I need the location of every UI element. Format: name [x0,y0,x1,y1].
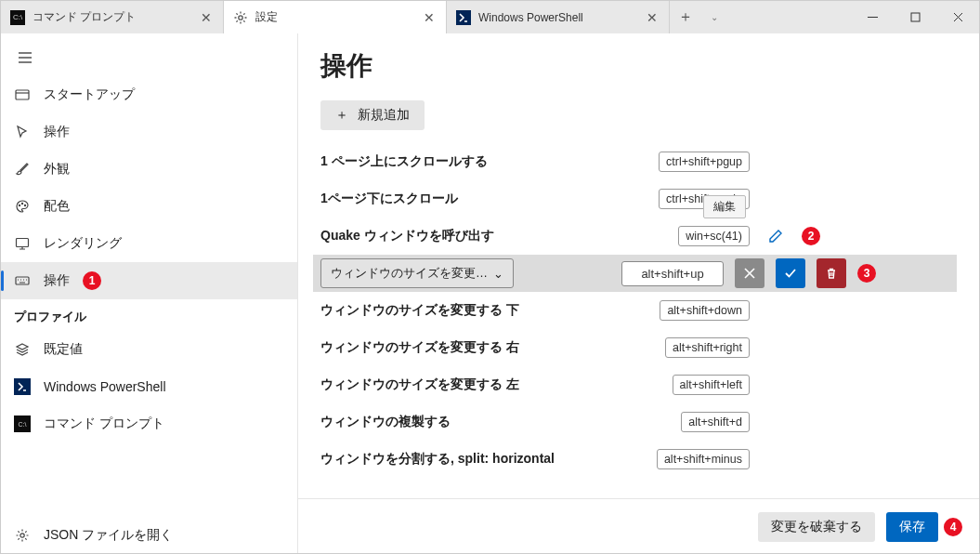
powershell-icon [456,10,471,25]
keybind-badge: alt+shift+left [673,375,750,395]
sidebar-item-appearance[interactable]: 外観 [1,151,297,188]
sidebar-item-label: コマンド プロンプト [44,416,164,432]
maximize-button[interactable] [894,1,936,33]
svg-point-0 [239,15,242,19]
startup-icon [14,86,31,103]
action-label: 1 ページ上にスクロールする [320,153,599,170]
minimize-button[interactable] [851,1,894,33]
sidebar-profile-powershell[interactable]: Windows PowerShell [1,368,297,405]
tab-settings[interactable]: 設定 ✕ [224,1,447,33]
svg-point-10 [21,203,22,204]
content-body: 操作 ＋ 新規追加 1 ページ上にスクロールする ctrl+shift+pgup… [298,33,979,498]
action-row[interactable]: ウィンドウのサイズを変更する 右 alt+shift+right [320,329,957,366]
keybind-input[interactable] [621,261,724,286]
action-label: ウィンドウのサイズを変更する 下 [320,302,599,319]
action-row[interactable]: ウィンドウを分割する, split: horizontal alt+shift+… [320,441,957,478]
action-row[interactable]: 1ページ下にスクロール ctrl+shift+pgdn [320,180,957,218]
action-row[interactable]: ウィンドウのサイズを変更する 左 alt+shift+left [320,366,957,403]
close-icon[interactable]: ✕ [199,10,214,25]
chevron-down-icon: ⌄ [493,267,503,281]
action-row[interactable]: ウィンドウのサイズを変更する 下 alt+shift+down [320,292,957,329]
keybind-badge: alt+shift+minus [657,449,750,469]
close-button[interactable] [936,1,979,33]
close-icon[interactable]: ✕ [645,10,660,25]
sidebar-item-colors[interactable]: 配色 [1,188,297,225]
action-label: ウィンドウの複製する [320,414,599,430]
action-row[interactable]: ウィンドウの複製する alt+shift+d [320,403,957,441]
confirm-edit-button[interactable] [776,258,805,288]
cmd-icon: C:\ [10,10,25,25]
svg-rect-12 [17,239,29,247]
sidebar-profile-cmd[interactable]: C:\ コマンド プロンプト [1,405,297,442]
svg-rect-8 [16,90,29,99]
action-select[interactable]: ウィンドウのサイズを変更する 上 ⌄ [320,258,514,288]
keybind-badge: ctrl+shift+pgup [659,152,750,172]
sidebar-open-json[interactable]: JSON ファイルを開く [1,517,297,554]
action-row[interactable]: Quake ウィンドウを呼び出す win+sc(41) 2 編集 [320,218,957,255]
action-row[interactable]: 1 ページ上にスクロールする ctrl+shift+pgup [320,143,957,180]
action-select-value: ウィンドウのサイズを変更する 上 [331,265,493,282]
layers-icon [14,341,31,358]
hamburger-button[interactable] [7,39,44,76]
cancel-edit-button[interactable] [735,258,764,288]
title-bar: C:\ コマンド プロンプト ✕ 設定 ✕ Windows PowerShell… [1,1,979,33]
cmd-icon: C:\ [14,416,31,432]
sidebar-item-actions[interactable]: 操作 1 [1,262,297,299]
action-label: ウィンドウのサイズを変更する 左 [320,376,599,393]
tab-label: Windows PowerShell [478,11,637,24]
tab-command-prompt[interactable]: C:\ コマンド プロンプト ✕ [1,1,224,33]
content-pane: 操作 ＋ 新規追加 1 ページ上にスクロールする ctrl+shift+pgup… [298,33,979,554]
page-title: 操作 [320,48,957,84]
svg-rect-13 [16,277,29,284]
close-icon[interactable]: ✕ [422,10,437,25]
footer: 変更を破棄する 保存 4 [298,498,979,554]
callout-2: 2 [802,227,820,245]
new-tab-button[interactable]: ＋ [670,1,701,33]
sidebar-item-label: スタートアップ [44,86,135,103]
sidebar-item-interaction[interactable]: 操作 [1,113,297,151]
powershell-icon [14,378,31,395]
keybind-badge: alt+shift+d [681,412,750,432]
sidebar-item-startup[interactable]: スタートアップ [1,76,297,113]
sidebar: スタートアップ 操作 外観 配色 レンダリング 操作 1 プロファイル 既定値 [1,33,298,554]
action-label: ウィンドウを分割する, split: horizontal [320,451,599,468]
tab-label: 設定 [255,9,414,25]
sidebar-item-label: 操作 [44,272,70,289]
callout-1: 1 [83,271,101,290]
delete-button[interactable] [817,258,846,288]
monitor-icon [14,235,31,252]
tab-powershell[interactable]: Windows PowerShell ✕ [447,1,670,33]
callout-4: 4 [944,518,962,536]
add-new-label: 新規追加 [358,107,410,124]
svg-rect-2 [911,13,920,21]
edit-tooltip: 編集 [703,195,746,218]
main-area: スタートアップ 操作 外観 配色 レンダリング 操作 1 プロファイル 既定値 [1,33,979,554]
sidebar-item-rendering[interactable]: レンダリング [1,225,297,262]
svg-point-11 [24,204,25,205]
brush-icon [14,161,31,178]
tab-dropdown-button[interactable]: ⌄ [701,1,727,33]
keybind-badge: win+sc(41) [678,226,750,246]
tab-label: コマンド プロンプト [33,9,191,25]
keyboard-icon [14,272,31,289]
action-list: 1 ページ上にスクロールする ctrl+shift+pgup 1ページ下にスクロ… [320,143,957,478]
add-new-button[interactable]: ＋ 新規追加 [320,100,425,130]
profile-header: プロファイル [1,299,297,331]
sidebar-item-label: 外観 [44,161,70,178]
sidebar-item-label: 操作 [44,124,70,140]
svg-point-14 [20,534,24,537]
edit-button[interactable] [761,221,791,251]
gear-icon [233,10,248,25]
svg-point-9 [19,204,20,205]
sidebar-item-label: 配色 [44,198,70,215]
palette-icon [14,198,31,215]
action-label: Quake ウィンドウを呼び出す [320,228,599,244]
sidebar-item-label: 既定値 [44,341,83,358]
window-controls [851,1,979,33]
discard-button[interactable]: 変更を破棄する [758,512,875,542]
plus-icon: ＋ [335,107,348,124]
sidebar-profile-defaults[interactable]: 既定値 [1,331,297,368]
save-button[interactable]: 保存 [886,512,938,542]
action-label: 1ページ下にスクロール [320,191,599,207]
keybind-badge: alt+shift+right [665,337,750,358]
